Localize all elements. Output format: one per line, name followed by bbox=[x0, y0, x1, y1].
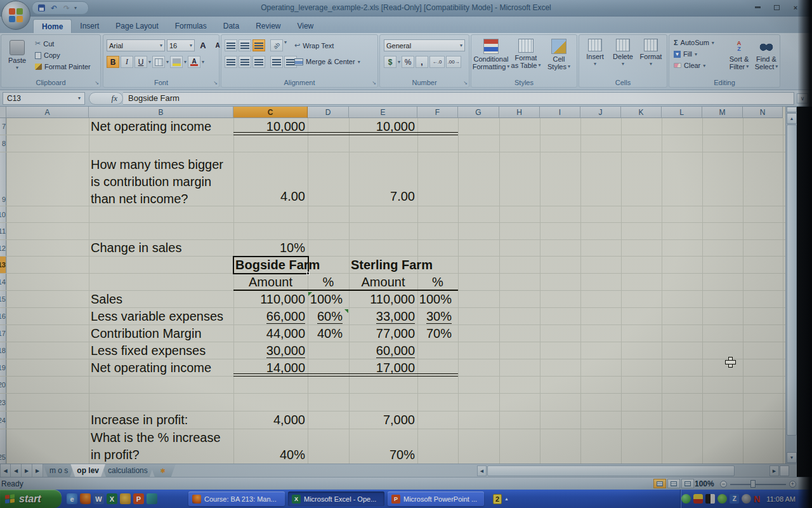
hide-tray-icons-button[interactable]: ▲ bbox=[504, 497, 509, 501]
row-header[interactable]: 25 bbox=[0, 429, 6, 464]
cell-A7[interactable] bbox=[6, 118, 89, 135]
zoom-out-button[interactable]: − bbox=[720, 481, 727, 488]
table-row[interactable]: 25 What is the % increase in profit? 40%… bbox=[0, 429, 785, 464]
tab-view[interactable]: View bbox=[289, 19, 322, 33]
format-painter-button[interactable]: Format Painter bbox=[33, 62, 93, 71]
name-box[interactable]: C13▾ bbox=[3, 92, 85, 105]
accounting-dropdown[interactable]: ▾ bbox=[398, 59, 400, 65]
format-as-table-button[interactable]: Format as Table▾ bbox=[509, 36, 542, 69]
insert-function-button[interactable]: fx bbox=[89, 92, 123, 105]
close-button[interactable]: × bbox=[788, 3, 803, 12]
cell-D14[interactable]: % bbox=[308, 274, 349, 290]
table-row[interactable]: 12 Change in sales 10% bbox=[0, 240, 785, 257]
prev-sheet-button[interactable]: ◀ bbox=[11, 464, 22, 477]
align-middle-button[interactable] bbox=[239, 39, 251, 51]
number-format-combo[interactable]: General▾ bbox=[384, 39, 465, 51]
row-header[interactable]: 16 bbox=[0, 308, 6, 324]
cell-A17[interactable] bbox=[6, 325, 89, 342]
cell-C24[interactable]: 4,000 bbox=[233, 411, 308, 429]
minimize-button[interactable] bbox=[750, 3, 765, 12]
cell-E18[interactable]: 60,000 bbox=[349, 342, 417, 359]
sheet-tab-mos[interactable]: m o s bbox=[43, 464, 74, 477]
column-header-e[interactable]: E bbox=[349, 107, 417, 118]
align-left-button[interactable] bbox=[225, 56, 237, 68]
cell-D16[interactable]: 60% bbox=[308, 308, 349, 324]
column-header-a[interactable]: A bbox=[6, 107, 89, 118]
zoom-in-button[interactable]: + bbox=[789, 481, 796, 488]
row-header[interactable]: 12 bbox=[0, 240, 6, 256]
conditional-formatting-button[interactable]: Conditional Formatting▾ bbox=[473, 36, 509, 70]
excel-icon[interactable]: X bbox=[107, 493, 117, 504]
active-cell-selection[interactable] bbox=[233, 256, 309, 274]
row-header[interactable]: 24 bbox=[0, 411, 6, 429]
cut-button[interactable]: ✂Cut bbox=[33, 39, 93, 48]
scroll-right-button[interactable]: ▶ bbox=[769, 465, 779, 476]
sort-filter-button[interactable]: AZ Sort & Filter▾ bbox=[725, 36, 753, 70]
row-header[interactable]: 23 bbox=[0, 394, 6, 411]
decrease-indent-button[interactable] bbox=[270, 56, 283, 68]
autosum-button[interactable]: ΣAutoSum▾ bbox=[672, 38, 716, 47]
cell-E9[interactable]: 7.00 bbox=[349, 152, 417, 206]
tray-bw-icon[interactable] bbox=[705, 494, 715, 504]
table-row[interactable]: 11 bbox=[0, 223, 785, 240]
tray-n-icon[interactable]: N bbox=[754, 494, 760, 504]
cell-B14[interactable] bbox=[89, 274, 233, 290]
cell-A13[interactable] bbox=[6, 257, 89, 273]
sheet-tab-calculations[interactable]: calculations bbox=[102, 464, 154, 477]
format-cells-dropdown[interactable]: ▾ bbox=[650, 60, 652, 68]
vertical-scrollbar[interactable]: ▲ ▼ bbox=[785, 107, 797, 464]
cell-F17[interactable]: 70% bbox=[417, 325, 458, 342]
tab-review[interactable]: Review bbox=[247, 19, 289, 33]
cell-E16[interactable]: 33,000 bbox=[349, 308, 417, 324]
align-top-button[interactable] bbox=[225, 39, 237, 51]
cell-C15[interactable]: 110,000 bbox=[233, 291, 308, 307]
cell-B17[interactable]: Contribution Margin bbox=[89, 325, 233, 342]
align-right-button[interactable] bbox=[252, 56, 265, 68]
cell-C12[interactable]: 10% bbox=[233, 240, 308, 256]
row-header[interactable]: 14 bbox=[0, 274, 6, 290]
formula-input[interactable]: Bogside Farm bbox=[123, 92, 794, 105]
font-color-dropdown[interactable]: ▾ bbox=[202, 59, 204, 65]
cell-D18[interactable] bbox=[308, 342, 349, 359]
cell-D24[interactable] bbox=[308, 411, 349, 429]
underline-button[interactable]: U bbox=[134, 56, 147, 68]
normal-view-button[interactable] bbox=[653, 479, 666, 488]
cell-C9[interactable]: 4.00 bbox=[233, 152, 308, 206]
font-name-combo[interactable]: Arial▾ bbox=[107, 39, 165, 51]
cell-B12[interactable]: Change in sales bbox=[89, 240, 233, 256]
cell-E17[interactable]: 77,000 bbox=[349, 325, 417, 342]
table-row[interactable]: 9 How many times bigger is contribution … bbox=[0, 152, 785, 206]
row-header[interactable]: 18 bbox=[0, 342, 6, 359]
clipboard-dialog-launcher[interactable]: ↘ bbox=[95, 80, 99, 86]
column-header-d[interactable]: D bbox=[308, 107, 349, 118]
row-header[interactable]: 15 bbox=[0, 291, 6, 307]
cell-C18[interactable]: 30,000 bbox=[233, 342, 308, 359]
font-color-button[interactable]: A bbox=[188, 56, 200, 68]
zoom-slider[interactable]: − + bbox=[720, 479, 796, 489]
tray-z-icon[interactable]: Z bbox=[730, 494, 739, 504]
tray-clover-icon[interactable] bbox=[717, 494, 727, 504]
italic-button[interactable]: I bbox=[121, 56, 133, 68]
cell-E15[interactable]: 110,000 bbox=[349, 291, 417, 307]
row-header[interactable]: 19 bbox=[0, 359, 6, 376]
cell-F14[interactable]: % bbox=[417, 274, 458, 290]
column-header-j[interactable]: J bbox=[580, 107, 621, 118]
powerpoint-icon[interactable]: P bbox=[133, 493, 144, 504]
number-format-dropdown[interactable]: ▾ bbox=[460, 43, 462, 48]
cell-B18[interactable]: Less fixed expenses bbox=[89, 342, 233, 359]
task-button-powerpoint[interactable]: P Microsoft PowerPoint ... bbox=[388, 491, 484, 506]
scroll-up-button[interactable]: ▲ bbox=[787, 113, 797, 124]
fill-color-dropdown[interactable]: ▾ bbox=[184, 59, 187, 65]
name-box-dropdown[interactable]: ▾ bbox=[78, 95, 81, 101]
table-row[interactable]: 23 bbox=[0, 394, 785, 411]
column-header-n[interactable]: N bbox=[743, 107, 783, 118]
tray-shield-icon[interactable] bbox=[693, 494, 703, 504]
cell-styles-button[interactable]: Cell Styles▾ bbox=[542, 36, 575, 70]
row-header[interactable]: 8 bbox=[0, 135, 6, 152]
insert-cells-button[interactable]: Insert ▾ bbox=[582, 36, 608, 68]
alignment-dialog-launcher[interactable]: ↘ bbox=[372, 80, 376, 86]
column-header-i[interactable]: I bbox=[540, 107, 580, 118]
cell-D25[interactable] bbox=[308, 429, 349, 464]
number-dialog-launcher[interactable]: ↘ bbox=[463, 80, 468, 86]
font-name-dropdown[interactable]: ▾ bbox=[160, 43, 162, 48]
